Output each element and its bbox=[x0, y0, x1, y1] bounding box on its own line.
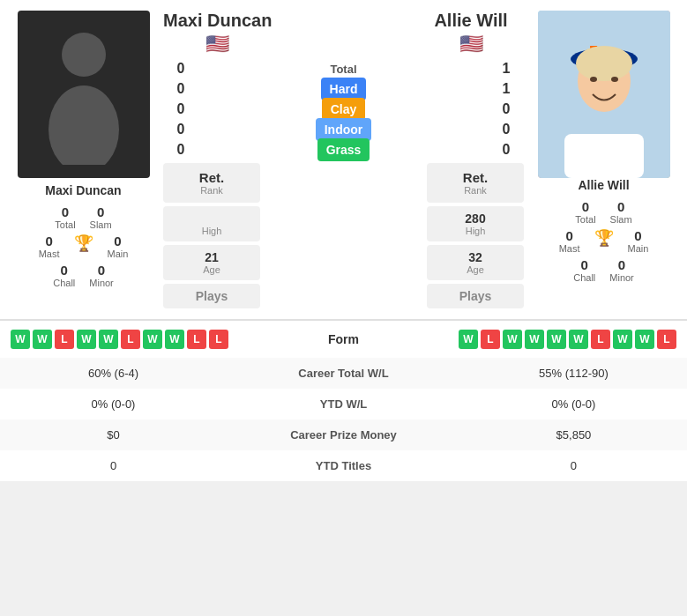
left-high-label: High bbox=[177, 226, 246, 236]
grass-badge: Grass bbox=[198, 143, 489, 157]
right-form-badge-l: L bbox=[481, 330, 500, 349]
right-flag: 🇺🇸 bbox=[459, 33, 483, 56]
right-slam-label: Slam bbox=[610, 214, 632, 225]
names-flags-row: Maxi Duncan 🇺🇸 Allie Will 🇺🇸 bbox=[163, 11, 524, 57]
left-main-value: 0 bbox=[114, 234, 121, 249]
stats-left-val: 0% (0-0) bbox=[0, 389, 227, 419]
right-form-badge-w: W bbox=[547, 330, 566, 349]
left-minor-value: 0 bbox=[98, 263, 105, 278]
hard-badge: Hard bbox=[198, 82, 489, 96]
right-total-score: 1 bbox=[489, 61, 524, 77]
left-rank-label: Rank bbox=[177, 185, 246, 196]
right-player-name: Allie Will bbox=[578, 178, 629, 192]
right-form-badge-w: W bbox=[503, 330, 522, 349]
right-player-photo: F bbox=[538, 11, 670, 178]
right-age-label: Age bbox=[441, 264, 510, 275]
total-score-row: 0 Total 1 bbox=[163, 61, 524, 77]
left-age-label: Age bbox=[177, 264, 246, 275]
right-chall-stat: 0 Chall bbox=[573, 257, 595, 283]
grass-score-row: 0 Grass 0 bbox=[163, 142, 524, 158]
left-high-value bbox=[177, 212, 246, 226]
right-title: Allie Will bbox=[434, 11, 507, 31]
left-stats-row-3: 0 Chall 0 Minor bbox=[53, 263, 114, 288]
left-title: Maxi Duncan bbox=[163, 11, 272, 31]
form-label: Form bbox=[328, 332, 359, 346]
left-main-stat: 0 Main bbox=[108, 234, 129, 259]
right-minor-value: 0 bbox=[618, 257, 625, 272]
right-player-card: F Allie Will 0 Total bbox=[531, 11, 676, 308]
form-section: WWLWWLWWLL Form WLWWWWLWWL bbox=[0, 319, 687, 358]
stats-row: $0Career Prize Money$5,850 bbox=[0, 419, 687, 450]
left-form-badge-w: W bbox=[99, 330, 118, 349]
right-hard-score: 1 bbox=[489, 81, 524, 97]
stats-right-val: 55% (112-90) bbox=[460, 358, 687, 389]
svg-point-9 bbox=[611, 77, 618, 82]
left-indoor-score: 0 bbox=[163, 122, 198, 137]
right-total-value: 0 bbox=[582, 199, 589, 214]
right-trophy-icon: 🏆 bbox=[594, 228, 614, 248]
left-clay-score: 0 bbox=[163, 101, 198, 117]
right-grass-score: 0 bbox=[489, 142, 524, 158]
right-plays-section: Plays bbox=[427, 284, 524, 308]
right-minor-stat: 0 Minor bbox=[609, 257, 634, 283]
right-mast-value: 0 bbox=[565, 228, 572, 243]
left-form-badge-w: W bbox=[11, 330, 30, 349]
left-minor-stat: 0 Minor bbox=[89, 263, 114, 288]
stats-left-val: $0 bbox=[0, 419, 227, 450]
left-flag: 🇺🇸 bbox=[205, 33, 229, 56]
right-mast-label: Mast bbox=[559, 243, 580, 254]
svg-point-0 bbox=[62, 33, 106, 77]
left-form-badge-w: W bbox=[77, 330, 96, 349]
silhouette-icon bbox=[40, 24, 128, 165]
right-plays-value: Plays bbox=[441, 289, 510, 303]
left-name-col: Maxi Duncan 🇺🇸 bbox=[163, 11, 272, 57]
svg-rect-7 bbox=[564, 134, 644, 178]
stats-center-label: YTD Titles bbox=[227, 450, 460, 481]
left-slam-label: Slam bbox=[90, 219, 112, 230]
top-section: Maxi Duncan 0 Total 0 Slam 0 Mast 🏆 bbox=[0, 0, 687, 319]
right-mast-stat: 0 Mast bbox=[559, 228, 580, 254]
svg-point-1 bbox=[49, 85, 119, 165]
right-total-stat: 0 Total bbox=[575, 199, 595, 225]
right-form-badge-w: W bbox=[613, 330, 632, 349]
right-form-badges: WLWWWWLWWL bbox=[459, 330, 676, 349]
right-main-value: 0 bbox=[634, 228, 641, 243]
stats-center-label: YTD W/L bbox=[227, 389, 460, 419]
left-player-name: Maxi Duncan bbox=[45, 183, 121, 197]
stats-left-val: 60% (6-4) bbox=[0, 358, 227, 389]
left-minor-label: Minor bbox=[89, 278, 114, 288]
main-container: Maxi Duncan 0 Total 0 Slam 0 Mast 🏆 bbox=[0, 0, 687, 481]
middle-panel: Maxi Duncan 🇺🇸 Allie Will 🇺🇸 0 Total 1 0… bbox=[163, 11, 524, 308]
stats-center-label: Career Total W/L bbox=[227, 358, 460, 389]
right-rank-section: Ret. Rank bbox=[427, 163, 524, 203]
indoor-badge: Indoor bbox=[198, 122, 489, 137]
total-label: Total bbox=[198, 63, 489, 76]
left-stats-row-2: 0 Mast 🏆 0 Main bbox=[39, 234, 129, 259]
stats-table: 60% (6-4)Career Total W/L55% (112-90)0% … bbox=[0, 358, 687, 481]
right-form-badge-w: W bbox=[569, 330, 588, 349]
right-high-section: 280 High bbox=[427, 206, 524, 241]
left-trophy-icon-container: 🏆 bbox=[74, 234, 93, 259]
right-name-col: Allie Will 🇺🇸 bbox=[418, 11, 524, 57]
hard-score-row: 0 Hard 1 bbox=[163, 81, 524, 97]
left-plays-section: Plays bbox=[163, 284, 260, 308]
stats-center-label: Career Prize Money bbox=[227, 419, 460, 450]
left-total-score: 0 bbox=[163, 61, 198, 77]
plays-row: Plays Plays bbox=[163, 284, 524, 308]
right-age-section: 32 Age bbox=[427, 245, 524, 280]
left-stats-row-1: 0 Total 0 Slam bbox=[55, 204, 111, 230]
left-main-label: Main bbox=[108, 249, 129, 259]
left-rank-section: Ret. Rank bbox=[163, 163, 260, 203]
stats-left-val: 0 bbox=[0, 450, 227, 481]
left-form-badge-l: L bbox=[55, 330, 74, 349]
right-trophy-icon-container: 🏆 bbox=[594, 228, 614, 254]
left-player-photo bbox=[18, 11, 150, 178]
right-stats-row-3: 0 Chall 0 Minor bbox=[573, 257, 634, 283]
left-total-label: Total bbox=[55, 219, 75, 230]
right-stats-row-2: 0 Mast 🏆 0 Main bbox=[559, 228, 649, 254]
right-high-value: 280 bbox=[441, 212, 510, 226]
indoor-score-row: 0 Indoor 0 bbox=[163, 122, 524, 137]
age-row: 21 Age 32 Age bbox=[163, 245, 524, 280]
left-total-value: 0 bbox=[62, 204, 69, 219]
stats-right-val: 0 bbox=[460, 450, 687, 481]
